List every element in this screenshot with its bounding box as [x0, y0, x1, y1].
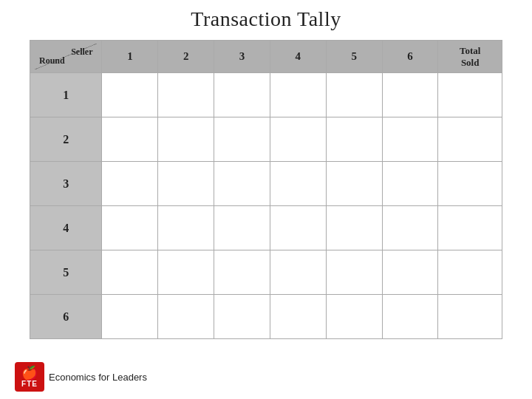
- page-container: Transaction Tally Seller Round 1 2 3 4 5: [0, 0, 532, 399]
- page-title: Transaction Tally: [191, 7, 341, 31]
- row-label-6: 6: [30, 295, 102, 339]
- footer: 🍎 FTE Economics for Leaders: [15, 362, 147, 392]
- col-header-4: 4: [270, 41, 326, 73]
- cell-4-6[interactable]: [382, 206, 438, 250]
- fte-acronym: FTE: [21, 380, 38, 388]
- cell-3-total[interactable]: [438, 162, 502, 206]
- cell-5-4[interactable]: [270, 250, 326, 295]
- apple-icon: 🍎: [21, 366, 38, 380]
- table-row: 2: [30, 117, 502, 162]
- cell-4-1[interactable]: [102, 206, 158, 250]
- row-label-4: 4: [30, 206, 102, 250]
- cell-5-3[interactable]: [214, 250, 270, 295]
- cell-2-2[interactable]: [158, 117, 214, 162]
- cell-2-total[interactable]: [438, 117, 502, 162]
- cell-4-2[interactable]: [158, 206, 214, 250]
- cell-3-5[interactable]: [326, 162, 382, 206]
- row-label-3: 3: [30, 162, 102, 206]
- cell-6-total[interactable]: [438, 295, 502, 339]
- seller-label: Seller: [71, 47, 92, 58]
- cell-3-3[interactable]: [214, 162, 270, 206]
- col-header-1: 1: [102, 41, 158, 73]
- table-row: 5: [30, 250, 502, 295]
- cell-6-2[interactable]: [158, 295, 214, 339]
- header-split-cell: Seller Round: [30, 41, 102, 73]
- cell-2-1[interactable]: [102, 117, 158, 162]
- table-wrapper: Seller Round 1 2 3 4 5 6 Total Sold: [30, 40, 502, 339]
- cell-3-4[interactable]: [270, 162, 326, 206]
- cell-6-4[interactable]: [270, 295, 326, 339]
- table-row: 6: [30, 295, 502, 339]
- cell-3-6[interactable]: [382, 162, 438, 206]
- table-body: 1 2: [30, 73, 502, 339]
- col-header-2: 2: [158, 41, 214, 73]
- total-sold-header: Total Sold: [438, 41, 502, 73]
- cell-2-5[interactable]: [326, 117, 382, 162]
- transaction-tally-table: Seller Round 1 2 3 4 5 6 Total Sold: [30, 40, 502, 339]
- row-label-2: 2: [30, 117, 102, 162]
- cell-1-3[interactable]: [214, 73, 270, 117]
- cell-1-total[interactable]: [438, 73, 502, 117]
- table-header-row: Seller Round 1 2 3 4 5 6 Total Sold: [30, 41, 502, 73]
- cell-5-5[interactable]: [326, 250, 382, 295]
- fte-logo-badge: 🍎 FTE: [15, 362, 44, 392]
- table-row: 1: [30, 73, 502, 117]
- cell-6-5[interactable]: [326, 295, 382, 339]
- row-label-1: 1: [30, 73, 102, 117]
- cell-5-6[interactable]: [382, 250, 438, 295]
- cell-4-total[interactable]: [438, 206, 502, 250]
- cell-2-3[interactable]: [214, 117, 270, 162]
- cell-6-1[interactable]: [102, 295, 158, 339]
- cell-1-6[interactable]: [382, 73, 438, 117]
- cell-4-4[interactable]: [270, 206, 326, 250]
- cell-6-3[interactable]: [214, 295, 270, 339]
- table-row: 4: [30, 206, 502, 250]
- cell-6-6[interactable]: [382, 295, 438, 339]
- footer-text: Economics for Leaders: [49, 372, 147, 383]
- cell-4-5[interactable]: [326, 206, 382, 250]
- cell-1-4[interactable]: [270, 73, 326, 117]
- cell-1-5[interactable]: [326, 73, 382, 117]
- cell-5-total[interactable]: [438, 250, 502, 295]
- cell-5-1[interactable]: [102, 250, 158, 295]
- table-row: 3: [30, 162, 502, 206]
- cell-3-1[interactable]: [102, 162, 158, 206]
- cell-5-2[interactable]: [158, 250, 214, 295]
- cell-3-2[interactable]: [158, 162, 214, 206]
- col-header-3: 3: [214, 41, 270, 73]
- col-header-5: 5: [326, 41, 382, 73]
- col-header-6: 6: [382, 41, 438, 73]
- cell-2-4[interactable]: [270, 117, 326, 162]
- cell-1-2[interactable]: [158, 73, 214, 117]
- cell-1-1[interactable]: [102, 73, 158, 117]
- cell-4-3[interactable]: [214, 206, 270, 250]
- row-label-5: 5: [30, 250, 102, 295]
- cell-2-6[interactable]: [382, 117, 438, 162]
- round-label: Round: [39, 55, 65, 66]
